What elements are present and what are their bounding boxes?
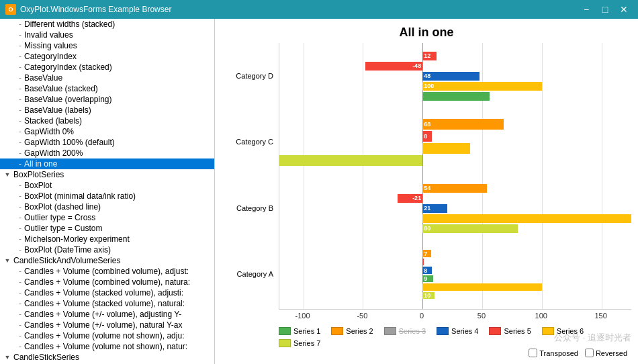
sidebar-item-boxplot-datetime[interactable]: -BoxPlot (DateTime axis) (0, 244, 214, 255)
expander-icon (3, 41, 12, 50)
sidebar-item-boxplot-dashed[interactable]: -BoxPlot (dashed line) (0, 201, 214, 212)
legend-item-s4: Series 4 (437, 327, 478, 335)
sidebar-item-boxplot-minimal[interactable]: -BoxPlot (minimal data/ink ratio) (0, 191, 214, 201)
tree-dash: - (19, 30, 21, 40)
sidebar-item-candles-notshown-nat[interactable]: -Candles + Volume (volume not shown), na… (0, 341, 214, 352)
minimize-button[interactable]: − (578, 2, 595, 17)
sidebar-item-label: BaseValue (labels) (23, 105, 93, 115)
transposed-checkbox-item[interactable]: Transposed (529, 349, 578, 357)
sidebar-item-gapwidth-100[interactable]: -GapWidth 100% (default) (0, 137, 214, 148)
sidebar-item-candles-stacked-nat[interactable]: -Candles + Volume (stacked volume), natu… (0, 298, 214, 309)
sidebar-item-outlier-custom[interactable]: -Outlier type = Custom (0, 223, 214, 234)
sidebar-item-candles-plusminus-nat[interactable]: -Candles + Volume (+/- volume), natural … (0, 320, 214, 330)
expander-icon (3, 342, 12, 351)
sidebar-item-base-value[interactable]: -BaseValue (0, 73, 214, 83)
expander-icon (3, 138, 12, 147)
tree-dash: - (19, 159, 21, 169)
tree-dash: - (19, 84, 21, 93)
sidebar-item-label: GapWidth 100% (default) (23, 138, 116, 147)
legend-label-s5: Series 5 (504, 327, 531, 335)
sidebar-item-missing-values[interactable]: -Missing values (0, 40, 214, 51)
sidebar-item-category-index-stacked[interactable]: -CategoryIndex (stacked) (0, 62, 214, 73)
expander-icon (3, 202, 12, 212)
bar-s6-cat1 (422, 143, 470, 154)
sidebar-item-michelson[interactable]: -Michelson-Morley experiment (0, 234, 214, 244)
bar-s5-cat2: -21 (398, 194, 422, 203)
sidebar-item-stacked-labels[interactable]: -Stacked (labels) (0, 116, 214, 126)
bar-s2-cat2: 54 (422, 184, 487, 193)
bar-label: 48 (424, 73, 430, 79)
bar-s5-cat0: -48 (365, 62, 422, 71)
sidebar-item-boxplot-series[interactable]: ▼BoxPlotSeries (0, 169, 214, 180)
transposed-checkbox[interactable] (529, 349, 537, 357)
bar-label: 9 (424, 275, 427, 282)
sidebar-item-label: Candles + Volume (combined volume), adju… (23, 267, 190, 276)
bar-s7-cat1 (279, 155, 422, 166)
expander-icon (3, 213, 12, 222)
sidebar-item-all-in-one[interactable]: -All in one (0, 158, 214, 169)
sidebar-item-gapwidth-0[interactable]: -GapWidth 0% (0, 126, 214, 137)
sidebar-item-category-index[interactable]: -CategoryIndex (0, 51, 214, 62)
bar-label: 68 (424, 121, 430, 128)
tree-dash: - (19, 288, 21, 298)
expander-icon (3, 30, 12, 40)
reversed-checkbox-item[interactable]: Reversed (585, 349, 627, 357)
sidebar-item-candles-notshown-adj[interactable]: -Candles + Volume (volume not shown), ad… (0, 330, 214, 341)
sidebar-item-different-widths-stacked[interactable]: -Different widths (stacked) (0, 19, 214, 30)
expander-icon (3, 62, 12, 72)
sidebar[interactable]: -Different widths (stacked) -Invalid val… (0, 19, 215, 364)
sidebar-item-outlier-cross[interactable]: -Outlier type = Cross (0, 212, 214, 223)
tree-dash: - (19, 213, 21, 222)
sidebar-item-base-value-overlapping[interactable]: -BaseValue (overlapping) (0, 94, 214, 105)
chart-area: All in one Category DCategory CCategory … (215, 19, 638, 364)
bar-s7-cat2: 80 (422, 224, 518, 233)
sidebar-item-base-value-labels[interactable]: -BaseValue (labels) (0, 105, 214, 116)
close-button[interactable]: ✕ (615, 2, 633, 17)
reversed-checkbox[interactable] (585, 349, 594, 357)
legend-label-s4: Series 4 (451, 327, 478, 335)
y-axis: Category DCategory CCategory BCategory A (222, 43, 279, 324)
sidebar-item-gapwidth-200[interactable]: -GapWidth 200% (0, 148, 214, 158)
sidebar-item-label: Candles + Volume (stacked volume), natur… (23, 299, 186, 308)
sidebar-item-label: Candles + Volume (volume not shown), adj… (23, 331, 185, 340)
sidebar-item-boxplot[interactable]: -BoxPlot (0, 180, 214, 191)
sidebar-item-candlestick-volume[interactable]: ▼CandleStickAndVolumeSeries (0, 255, 214, 266)
expander-icon (3, 159, 12, 169)
grid-line (363, 43, 363, 309)
expander-icon (3, 148, 12, 158)
bar-label: 54 (424, 185, 430, 191)
sidebar-item-invalid-values[interactable]: -Invalid values (0, 30, 214, 40)
tree-dash: - (19, 138, 21, 147)
sidebar-item-label: CategoryIndex (23, 52, 78, 61)
expander-icon (3, 116, 12, 126)
chart-title: All in one (222, 26, 631, 40)
sidebar-item-label: CandleStickAndVolumeSeries (12, 256, 122, 265)
sidebar-item-candles-combined-nat[interactable]: -Candles + Volume (combined volume), nat… (0, 277, 214, 287)
bar-label: 10 (424, 292, 430, 299)
sidebar-item-base-value-stacked[interactable]: -BaseValue (stacked) (0, 83, 214, 94)
sidebar-item-candles-combined-adj[interactable]: -Candles + Volume (combined volume), adj… (0, 266, 214, 277)
sidebar-item-candles-plusminus-adj[interactable]: -Candles + Volume (+/- volume), adjustin… (0, 309, 214, 320)
sidebar-item-label: CandleStickSeries (12, 353, 81, 362)
sidebar-item-label: BoxPlot (minimal data/ink ratio) (23, 191, 137, 201)
legend-color-s1 (279, 327, 291, 335)
tree-dash: - (19, 299, 21, 308)
tree-dash: - (19, 73, 21, 83)
sidebar-item-candles-stacked-adj[interactable]: -Candles + Volume (stacked volume), adju… (0, 287, 214, 298)
legend-color-s7 (279, 339, 291, 347)
maximize-button[interactable]: □ (596, 2, 614, 17)
expander-icon (3, 52, 12, 61)
tree-dash: - (19, 342, 21, 351)
expander-icon (3, 95, 12, 104)
expander-icon (3, 245, 12, 255)
legend-item-s7: Series 7 (279, 339, 320, 347)
sidebar-item-label: BoxPlotSeries (12, 170, 65, 179)
sidebar-item-label: Different widths (stacked) (23, 19, 116, 29)
bar-s5-cat3: 0 (422, 259, 424, 265)
legend-label-s1: Series 1 (293, 327, 320, 335)
tree-dash: - (19, 127, 21, 136)
bottom-controls: Transposed Reversed (222, 347, 631, 359)
y-label-2: Category B (236, 175, 273, 242)
sidebar-item-candlestick-series[interactable]: ▼CandleStickSeries (0, 352, 214, 363)
bar-s5-cat1: 8 (422, 131, 432, 142)
